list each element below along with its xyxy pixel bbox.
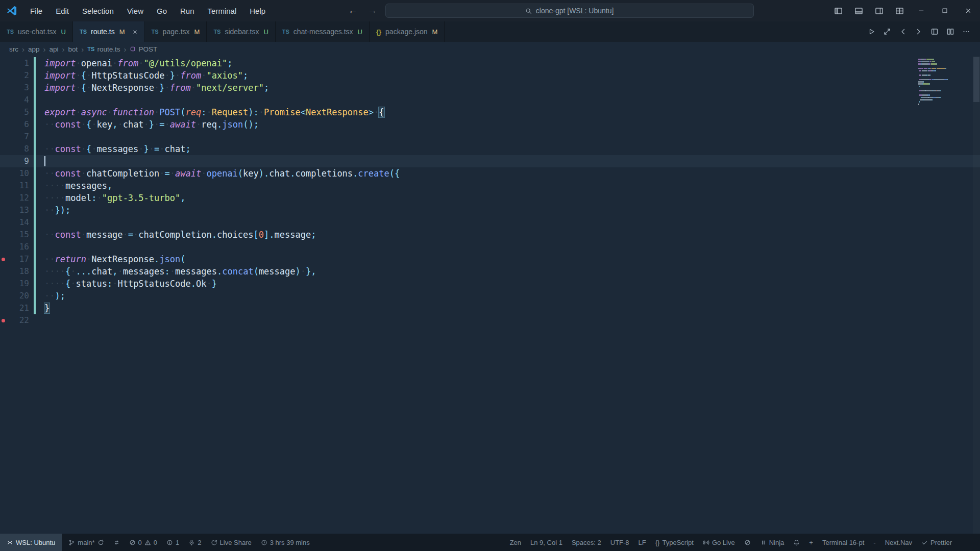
code-line-20[interactable]: 20··); [0, 290, 980, 302]
breadcrumb-item-route.ts[interactable]: TSroute.ts [87, 45, 120, 53]
split-editor-icon [946, 28, 954, 36]
line-number: 17 [7, 253, 29, 265]
layout-sidebar-button[interactable] [828, 0, 848, 21]
status-language-mode[interactable]: {}TypeScript [651, 534, 698, 551]
menu-help[interactable]: Help [243, 0, 272, 21]
menu-view[interactable]: View [120, 0, 150, 21]
code-line-3[interactable]: 3import·{·NextResponse·}·from·"next/serv… [0, 82, 980, 94]
open-changes-button[interactable] [879, 21, 895, 42]
status-remote-indicator[interactable]: WSL: Ubuntu [0, 534, 62, 551]
code-line-22[interactable]: 22 [0, 314, 980, 327]
code-text: export·async·function·POST(req:·Request)… [44, 106, 384, 118]
layout-grid-button[interactable] [889, 0, 910, 21]
code-line-16[interactable]: 16 [0, 241, 980, 253]
tab-route.ts[interactable]: TSroute.tsM [73, 21, 145, 42]
breadcrumb-item-app[interactable]: app [28, 45, 40, 53]
tab-page.tsx[interactable]: TSpage.tsxM [145, 21, 207, 42]
minimize-button[interactable] [910, 0, 933, 21]
close-tab-icon[interactable] [132, 29, 138, 35]
status-text: Terminal 16-pt [822, 539, 864, 546]
status-terminal-font-increase[interactable]: + [804, 534, 818, 551]
code-line-13[interactable]: 13··}); [0, 204, 980, 216]
status-encoding[interactable]: UTF-8 [606, 534, 634, 551]
method-icon [130, 46, 136, 52]
tab-chat-messages.tsx[interactable]: TSchat-messages.tsxU [276, 21, 370, 42]
code-line-7[interactable]: 7 [0, 131, 980, 143]
menu-edit[interactable]: Edit [49, 0, 76, 21]
tab-use-chat.tsx[interactable]: TSuse-chat.tsxU [0, 21, 73, 42]
breadcrumb-label: route.ts [97, 45, 120, 53]
code-line-19[interactable]: 19····{·status:·HttpStatusCode.Ok·} [0, 278, 980, 290]
tab-package.json[interactable]: {}package.jsonM [370, 21, 445, 42]
navigate-back-icon[interactable]: ← [347, 5, 360, 16]
layout-sidebar-right-button[interactable] [869, 0, 889, 21]
code-line-17[interactable]: 17··return·NextResponse.json( [0, 253, 980, 265]
status-next-nav[interactable]: Next.Nav [880, 534, 917, 551]
status-indentation[interactable]: Spaces: 2 [567, 534, 606, 551]
command-center-search[interactable]: clone-gpt [WSL: Ubuntu] [385, 4, 754, 18]
menu-go[interactable]: Go [150, 0, 174, 21]
scrollbar-thumb[interactable] [973, 57, 979, 102]
code-line-15[interactable]: 15··const·message·=·chatCompletion.choic… [0, 229, 980, 241]
code-line-6[interactable]: 6··const·{·key,·chat·}·=·await·req.json(… [0, 118, 980, 131]
status-terminal-font-decrease[interactable]: - [869, 534, 880, 551]
go-back-icon [899, 28, 907, 36]
line-number: 4 [7, 94, 29, 106]
breadcrumb-item-api[interactable]: api [50, 45, 59, 53]
code-line-18[interactable]: 18····{·...chat,·messages:·messages.conc… [0, 265, 980, 278]
status-git-branch[interactable]: main* [64, 534, 108, 551]
status-exclude[interactable] [740, 534, 755, 551]
status-info-count[interactable]: 1 [162, 534, 184, 551]
menu-selection[interactable]: Selection [76, 0, 120, 21]
menu-terminal[interactable]: Terminal [201, 0, 243, 21]
go-forward-button[interactable] [911, 21, 926, 42]
status-live-share[interactable]: Live Share [206, 534, 256, 551]
open-preview-button[interactable] [926, 21, 942, 42]
code-line-14[interactable]: 14 [0, 216, 980, 229]
more-actions-button[interactable] [958, 21, 974, 42]
status-terminal-font-size[interactable]: Terminal 16-pt [818, 534, 869, 551]
status-notifications[interactable] [789, 534, 804, 551]
menu-run[interactable]: Run [174, 0, 201, 21]
status-ninja[interactable]: Ninja [755, 534, 789, 551]
go-back-button[interactable] [895, 21, 911, 42]
code-line-21[interactable]: 21} [0, 302, 980, 314]
glyph-margin [0, 131, 7, 143]
code-line-1[interactable]: 1import·openai·from·"@/utils/openai"; [0, 57, 980, 69]
status-mic-count[interactable]: 2 [184, 534, 206, 551]
code-line-12[interactable]: 12····model:·"gpt-3.5-turbo", [0, 192, 980, 204]
status-go-live[interactable]: Go Live [698, 534, 740, 551]
code-line-2[interactable]: 2import·{·HttpStatusCode·}·from·"axios"; [0, 69, 980, 82]
close-button[interactable] [957, 0, 980, 21]
layout-panel-button[interactable] [848, 0, 869, 21]
status-cursor-position[interactable]: Ln 9, Col 1 [526, 534, 567, 551]
ts-icon: TS [87, 46, 94, 52]
minimap[interactable] [918, 59, 966, 108]
breadcrumb-item-POST[interactable]: POST [130, 45, 157, 53]
scrollbar[interactable] [973, 56, 980, 534]
code-line-4[interactable]: 4 [0, 94, 980, 106]
status-zen[interactable]: Zen [505, 534, 526, 551]
run-button[interactable] [863, 21, 879, 42]
code-line-5[interactable]: 5export·async·function·POST(req:·Request… [0, 106, 980, 118]
split-editor-button[interactable] [942, 21, 958, 42]
status-problems[interactable]: 00 [125, 534, 162, 551]
tab-sidebar.tsx[interactable]: TSsidebar.tsxU [207, 21, 275, 42]
breadcrumb-item-bot[interactable]: bot [68, 45, 78, 53]
status-sync-changes[interactable] [109, 534, 125, 551]
code-line-8[interactable]: 8··const·{·messages·}·=·chat; [0, 143, 980, 155]
breadcrumb-separator-icon: › [62, 45, 65, 54]
status-prettier[interactable]: Prettier [917, 534, 957, 551]
status-code-time[interactable]: 3 hrs 39 mins [256, 534, 314, 551]
menu-file[interactable]: File [23, 0, 49, 21]
navigate-forward-icon[interactable]: → [366, 5, 379, 16]
breadcrumb-item-src[interactable]: src [9, 45, 18, 53]
git-gutter [34, 302, 36, 314]
check-icon [921, 539, 928, 546]
code-text: ··); [44, 290, 65, 302]
status-eol[interactable]: LF [634, 534, 651, 551]
code-line-9[interactable]: 9 [0, 155, 980, 167]
code-line-10[interactable]: 10··const·chatCompletion·=·await·openai(… [0, 167, 980, 180]
maximize-button[interactable] [933, 0, 957, 21]
code-line-11[interactable]: 11····messages, [0, 180, 980, 192]
